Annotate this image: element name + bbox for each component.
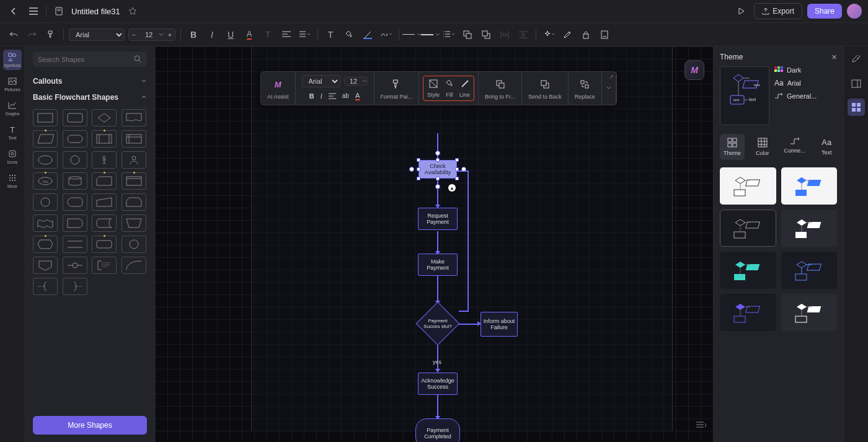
ctx-style[interactable]: Style xyxy=(427,79,440,98)
rail-pictures[interactable]: Pictures xyxy=(3,74,22,94)
ctx-replace[interactable]: Replace xyxy=(569,72,602,105)
theme-option-8[interactable] xyxy=(781,294,838,331)
rail-more[interactable]: More xyxy=(3,170,22,191)
shape-internal-storage[interactable] xyxy=(122,130,146,148)
theme-option-6[interactable] xyxy=(781,252,838,289)
shape-rounded-rect[interactable] xyxy=(92,236,117,253)
rail-text[interactable]: TText xyxy=(3,122,22,143)
shape-arc[interactable] xyxy=(122,257,146,274)
font-size-value[interactable]: 12 xyxy=(139,31,159,38)
category-flowchart[interactable]: Basic Flowchart Shapes xyxy=(33,89,147,105)
shape-manual-input[interactable] xyxy=(92,193,117,211)
play-button[interactable] xyxy=(734,4,749,19)
ctx-size[interactable]: 12 xyxy=(344,77,368,86)
ctx-line[interactable]: Line xyxy=(459,79,470,98)
node-check-availability[interactable]: Check Availability xyxy=(418,160,457,179)
ctx-case[interactable]: ab xyxy=(342,92,349,99)
shape-tape[interactable] xyxy=(33,214,58,232)
italic-button[interactable]: I xyxy=(205,27,219,42)
shape-delay[interactable] xyxy=(63,214,87,232)
fill-color-button[interactable] xyxy=(342,27,356,42)
shape-ellipse[interactable] xyxy=(33,151,58,169)
theme-font-row[interactable]: AaArial xyxy=(774,79,837,87)
shape-person[interactable] xyxy=(92,151,117,169)
shape-terminator[interactable] xyxy=(63,130,87,148)
text-color-button[interactable]: A xyxy=(242,27,257,42)
distribute-h-button[interactable] xyxy=(497,27,512,42)
rr-properties[interactable] xyxy=(848,51,865,69)
ctx-send-back[interactable]: Send to Back xyxy=(522,72,569,105)
position-front-button[interactable] xyxy=(460,27,475,42)
rr-theme[interactable] xyxy=(848,99,865,116)
underline-button[interactable]: U xyxy=(223,27,238,42)
format-painter-icon[interactable] xyxy=(43,27,58,42)
category-callouts[interactable]: Callouts xyxy=(33,73,147,89)
search-input[interactable] xyxy=(38,56,134,63)
shape-offpage[interactable] xyxy=(33,257,58,274)
ai-badge[interactable]: M xyxy=(684,60,704,80)
distribute-v-button[interactable] xyxy=(516,27,531,42)
node-request-payment[interactable]: Request Payment xyxy=(418,208,458,230)
shape-annotation[interactable] xyxy=(92,257,117,274)
node-payment-successful[interactable]: Payment Succes sful? xyxy=(416,302,459,345)
text-tool-button[interactable]: T xyxy=(323,27,338,42)
rail-graphs[interactable]: Graphs xyxy=(3,98,22,118)
shape-document[interactable] xyxy=(122,109,146,126)
tab-color[interactable]: Color xyxy=(752,134,773,160)
canvas[interactable]: Check Availability ▲ Request Payment Mak… xyxy=(155,46,713,442)
theme-option-4[interactable] xyxy=(781,210,838,247)
shape-circle[interactable] xyxy=(63,151,87,169)
tab-theme[interactable]: Theme xyxy=(720,134,745,160)
increase-size[interactable]: + xyxy=(165,29,175,40)
undo-button[interactable] xyxy=(6,27,21,42)
shape-search[interactable] xyxy=(33,51,147,67)
ctx-ai-assist[interactable]: M AI Assist xyxy=(261,72,296,105)
export-button[interactable]: Export xyxy=(754,3,802,19)
share-button[interactable]: Share xyxy=(807,4,842,19)
user-avatar[interactable] xyxy=(847,4,862,19)
rr-layers[interactable] xyxy=(848,75,865,92)
theme-option-1[interactable] xyxy=(720,167,776,205)
shape-preparation[interactable] xyxy=(33,236,58,253)
shape-parallel[interactable] xyxy=(63,236,87,253)
more-shapes-button[interactable]: More Shapes xyxy=(33,416,147,435)
ctx-text-color[interactable]: A xyxy=(355,92,360,100)
page-setup-button[interactable] xyxy=(597,27,612,42)
decrease-size[interactable]: − xyxy=(129,29,139,40)
shape-yes-label[interactable]: Yes xyxy=(33,172,58,190)
ctx-bring-front[interactable]: Bring to Fr... xyxy=(479,72,522,105)
shape-decision[interactable] xyxy=(92,109,117,126)
shape-brace-left[interactable] xyxy=(33,278,58,295)
ctx-italic[interactable]: I xyxy=(321,92,322,100)
ctx-pin[interactable]: ⇗ xyxy=(609,73,614,80)
highlight-button[interactable]: T xyxy=(260,27,275,42)
ctx-align[interactable] xyxy=(329,93,336,99)
theme-option-5[interactable] xyxy=(720,252,776,289)
node-ack-success[interactable]: Acknowledge Success xyxy=(418,373,458,395)
align-left-button[interactable] xyxy=(279,27,294,42)
theme-option-2[interactable] xyxy=(781,167,838,205)
lock-button[interactable] xyxy=(578,27,593,42)
line-color-button[interactable] xyxy=(360,27,375,42)
shape-loop-limit[interactable] xyxy=(122,193,146,211)
ctx-bold[interactable]: B xyxy=(309,92,314,100)
close-panel[interactable]: ✕ xyxy=(831,53,837,61)
shape-manual-op[interactable] xyxy=(122,214,146,232)
back-button[interactable] xyxy=(6,4,21,19)
rail-symbols[interactable]: Symbols xyxy=(3,50,22,70)
align-menu-button[interactable] xyxy=(298,27,312,42)
shape-or[interactable] xyxy=(63,257,87,274)
tab-text[interactable]: AaText xyxy=(817,134,837,160)
bold-button[interactable]: B xyxy=(186,27,201,42)
node-make-payment[interactable]: Make Payment xyxy=(418,254,458,276)
star-icon[interactable] xyxy=(125,4,140,19)
menu-button[interactable] xyxy=(26,4,41,19)
shape-brace-right[interactable] xyxy=(63,278,87,295)
theme-option-3[interactable] xyxy=(720,210,776,247)
ctx-fill[interactable]: Fill xyxy=(445,79,454,98)
shape-process[interactable] xyxy=(33,109,58,126)
edit-button[interactable] xyxy=(560,27,575,42)
shape-card[interactable] xyxy=(92,172,117,190)
redo-button[interactable] xyxy=(25,27,40,42)
shape-user[interactable] xyxy=(122,151,146,169)
